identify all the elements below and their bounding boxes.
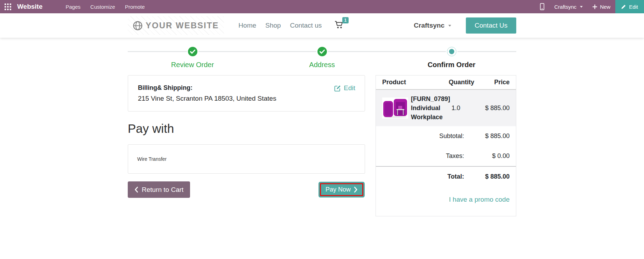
edit-page-label: Edit	[629, 4, 638, 10]
pay-now-button[interactable]: Pay Now	[320, 183, 363, 196]
total-value: $ 885.00	[479, 173, 510, 180]
billing-address-text: 215 Vine St, Scranton PA 18503, United S…	[138, 95, 355, 102]
cart-button[interactable]: 1	[335, 21, 344, 30]
order-summary-table: Product Quantity Price	[376, 75, 516, 216]
payment-method-label: Wire Transfer	[137, 156, 167, 162]
billing-shipping-card: Billing& Shipping: 215 Vine St, Scranton…	[128, 75, 365, 111]
nav-link-shop[interactable]: Shop	[261, 22, 285, 29]
return-to-cart-label: Return to Cart	[142, 186, 183, 194]
cart-count-badge: 1	[342, 17, 349, 23]
step-address-label[interactable]: Address	[309, 61, 335, 69]
step-review-order-label[interactable]: Review Order	[171, 61, 214, 69]
pay-with-heading: Pay with	[128, 122, 365, 136]
column-header-price: Price	[479, 79, 510, 86]
nav-link-home[interactable]: Home	[234, 22, 261, 29]
topbar-menu-customize[interactable]: Customize	[85, 4, 120, 10]
taxes-label: Taxes:	[382, 152, 479, 160]
payment-method-option[interactable]: Wire Transfer	[128, 144, 365, 174]
pay-now-label: Pay Now	[326, 186, 351, 193]
check-circle-icon	[188, 47, 197, 56]
subtotal-value: $ 885.00	[479, 132, 510, 140]
app-title[interactable]: Website	[17, 3, 43, 10]
admin-topbar: Website Pages Customize Promote Craftsyn…	[0, 0, 644, 13]
plus-icon	[593, 5, 597, 9]
promo-code-link[interactable]: I have a promo code	[449, 196, 510, 203]
site-navbar: YOUR WEBSITE Home Shop Contact us 1 Craf…	[0, 13, 644, 38]
chevron-left-icon	[134, 187, 138, 193]
apps-grid-icon[interactable]	[5, 3, 12, 10]
mobile-preview-icon[interactable]	[535, 0, 550, 13]
taxes-value: $ 0.00	[479, 152, 510, 160]
total-label: Total:	[382, 173, 479, 180]
site-logo-text: YOUR WEBSITE	[146, 21, 219, 30]
subtotal-row: Subtotal: $ 885.00	[376, 126, 516, 146]
return-to-cart-button[interactable]: Return to Cart	[128, 181, 190, 198]
chevron-down-icon	[448, 25, 451, 27]
product-name: [FURN_0789] Individual Workplace	[411, 94, 451, 122]
chevron-down-icon	[580, 6, 583, 8]
contact-us-button[interactable]: Contact Us	[466, 17, 516, 34]
edit-address-link[interactable]: Edit	[334, 84, 355, 92]
edit-page-button[interactable]: Edit	[615, 0, 644, 13]
check-circle-icon	[317, 47, 327, 56]
globe-icon	[133, 21, 142, 30]
chevron-right-icon	[354, 187, 358, 193]
checkout-steps: Review Order Address Confirm Order	[128, 47, 516, 69]
pencil-square-icon	[334, 85, 341, 92]
product-image	[382, 98, 408, 118]
nav-link-contact-us[interactable]: Contact us	[285, 22, 326, 29]
step-confirm-order: Confirm Order	[387, 47, 516, 69]
pencil-icon	[621, 4, 626, 9]
current-step-dot-icon	[447, 47, 456, 56]
taxes-row: Taxes: $ 0.00	[376, 146, 516, 166]
column-header-product: Product	[382, 79, 449, 86]
new-page-label: New	[600, 4, 610, 10]
new-page-button[interactable]: New	[588, 0, 615, 13]
site-logo[interactable]: YOUR WEBSITE	[128, 16, 224, 35]
order-line-row: [FURN_0789] Individual Workplace 1.0 $ 8…	[376, 90, 516, 126]
billing-shipping-heading: Billing& Shipping:	[138, 84, 355, 92]
account-name: Craftsync	[414, 22, 444, 29]
site-switcher[interactable]: Craftsync	[550, 0, 588, 13]
step-confirm-order-label: Confirm Order	[428, 61, 476, 69]
edit-address-label: Edit	[344, 84, 355, 92]
column-header-quantity: Quantity	[449, 79, 479, 86]
step-address: Address	[257, 47, 387, 69]
subtotal-label: Subtotal:	[382, 132, 479, 140]
total-row: Total: $ 885.00	[376, 166, 516, 187]
product-quantity: 1.0	[451, 105, 480, 112]
product-price: $ 885.00	[480, 105, 510, 112]
order-table-header: Product Quantity Price	[376, 75, 516, 90]
step-review-order: Review Order	[128, 47, 257, 69]
topbar-menu-pages[interactable]: Pages	[61, 4, 86, 10]
site-switcher-label: Craftsync	[554, 4, 576, 10]
topbar-menu-promote[interactable]: Promote	[120, 4, 150, 10]
account-menu[interactable]: Craftsync	[414, 22, 451, 29]
